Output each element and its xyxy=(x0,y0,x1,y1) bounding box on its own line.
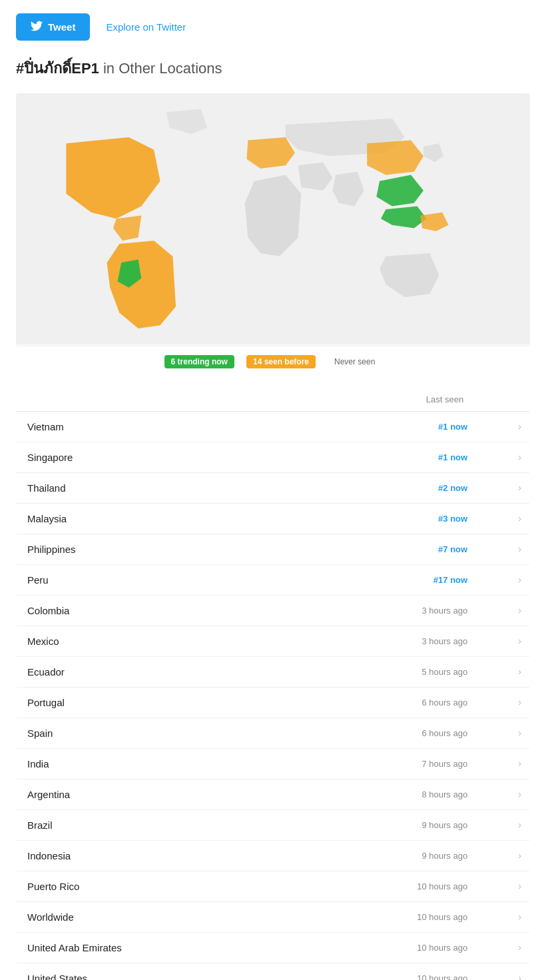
chevron-icon[interactable]: › xyxy=(474,871,529,901)
never-seen-label: Never seen xyxy=(328,355,382,368)
table-row[interactable]: Brazil9 hours ago› xyxy=(17,809,530,840)
tweet-button[interactable]: Tweet xyxy=(16,13,90,41)
table-row[interactable]: Argentina8 hours ago› xyxy=(17,779,530,809)
last-seen-cell: #1 now xyxy=(314,442,474,472)
th-country xyxy=(17,387,314,411)
th-chevron-col xyxy=(474,387,529,411)
last-seen-cell: 9 hours ago xyxy=(314,840,474,871)
last-seen-cell: 3 hours ago xyxy=(314,595,474,626)
locations-table: Last seen Vietnam#1 now›Singapore#1 now›… xyxy=(16,387,530,980)
chevron-icon[interactable]: › xyxy=(474,932,529,963)
legend-never-seen: Never seen xyxy=(328,355,382,368)
table-row[interactable]: Thailand#2 now› xyxy=(17,472,530,503)
legend-trending-now: 6 trending now xyxy=(164,355,234,368)
table-row[interactable]: United Arab Emirates10 hours ago› xyxy=(17,932,530,963)
country-cell: Mexico xyxy=(17,626,314,656)
country-cell: Puerto Rico xyxy=(17,871,314,901)
table-row[interactable]: Puerto Rico10 hours ago› xyxy=(17,871,530,901)
last-seen-cell: #1 now xyxy=(314,411,474,442)
table-row[interactable]: Singapore#1 now› xyxy=(17,442,530,472)
table-row[interactable]: Spain6 hours ago› xyxy=(17,718,530,748)
last-seen-cell: 10 hours ago xyxy=(314,871,474,901)
last-seen-cell: 9 hours ago xyxy=(314,809,474,840)
table-row[interactable]: Peru#17 now› xyxy=(17,564,530,595)
table-row[interactable]: Malaysia#3 now› xyxy=(17,503,530,534)
last-seen-cell: #2 now xyxy=(314,472,474,503)
country-cell: Peru xyxy=(17,564,314,595)
table-row[interactable]: Mexico3 hours ago› xyxy=(17,626,530,656)
subtitle-text: in Other Locations xyxy=(99,60,222,77)
country-cell: Argentina xyxy=(17,779,314,809)
last-seen-cell: 6 hours ago xyxy=(314,718,474,748)
chevron-icon[interactable]: › xyxy=(474,656,529,687)
last-seen-cell: #17 now xyxy=(314,564,474,595)
country-cell: United States xyxy=(17,963,314,980)
country-cell: Ecuador xyxy=(17,656,314,687)
tweet-button-label: Tweet xyxy=(48,21,75,33)
chevron-icon[interactable]: › xyxy=(474,472,529,503)
last-seen-cell: #3 now xyxy=(314,503,474,534)
twitter-bird-icon xyxy=(31,20,43,34)
last-seen-cell: 8 hours ago xyxy=(314,779,474,809)
country-cell: Brazil xyxy=(17,809,314,840)
chevron-icon[interactable]: › xyxy=(474,595,529,626)
chevron-icon[interactable]: › xyxy=(474,411,529,442)
trending-now-badge: 6 trending now xyxy=(164,355,234,368)
country-cell: United Arab Emirates xyxy=(17,932,314,963)
country-cell: Vietnam xyxy=(17,411,314,442)
last-seen-cell: 10 hours ago xyxy=(314,963,474,980)
last-seen-cell: 10 hours ago xyxy=(314,901,474,932)
map-container xyxy=(16,93,530,347)
country-cell: Thailand xyxy=(17,472,314,503)
th-last-seen: Last seen xyxy=(314,387,474,411)
chevron-icon[interactable]: › xyxy=(474,626,529,656)
table-row[interactable]: Indonesia9 hours ago› xyxy=(17,840,530,871)
table-row[interactable]: Vietnam#1 now› xyxy=(17,411,530,442)
table-row[interactable]: Ecuador5 hours ago› xyxy=(17,656,530,687)
table-row[interactable]: Philippines#7 now› xyxy=(17,534,530,564)
chevron-icon[interactable]: › xyxy=(474,963,529,980)
chevron-icon[interactable]: › xyxy=(474,442,529,472)
main-container: Tweet Explore on Twitter #ปิ่นภักดิ์EP1 … xyxy=(0,0,546,980)
last-seen-cell: 5 hours ago xyxy=(314,656,474,687)
seen-before-badge: 14 seen before xyxy=(246,355,316,368)
chevron-icon[interactable]: › xyxy=(474,564,529,595)
world-map xyxy=(16,93,530,347)
table-row[interactable]: United States10 hours ago› xyxy=(17,963,530,980)
table-row[interactable]: Worldwide10 hours ago› xyxy=(17,901,530,932)
map-legend: 6 trending now 14 seen before Never seen xyxy=(16,355,530,368)
page-title: #ปิ่นภักดิ์EP1 in Other Locations xyxy=(16,57,530,80)
chevron-icon[interactable]: › xyxy=(474,718,529,748)
chevron-icon[interactable]: › xyxy=(474,840,529,871)
country-cell: Philippines xyxy=(17,534,314,564)
hashtag-text: #ปิ่นภักดิ์EP1 xyxy=(16,60,99,77)
explore-link[interactable]: Explore on Twitter xyxy=(106,21,186,33)
chevron-icon[interactable]: › xyxy=(474,809,529,840)
table-row[interactable]: India7 hours ago› xyxy=(17,748,530,779)
country-cell: Malaysia xyxy=(17,503,314,534)
legend-seen-before: 14 seen before xyxy=(246,355,316,368)
last-seen-cell: #7 now xyxy=(314,534,474,564)
country-cell: India xyxy=(17,748,314,779)
last-seen-cell: 10 hours ago xyxy=(314,932,474,963)
chevron-icon[interactable]: › xyxy=(474,748,529,779)
chevron-icon[interactable]: › xyxy=(474,779,529,809)
country-cell: Spain xyxy=(17,718,314,748)
table-row[interactable]: Portugal6 hours ago› xyxy=(17,687,530,718)
country-cell: Singapore xyxy=(17,442,314,472)
country-cell: Colombia xyxy=(17,595,314,626)
table-row[interactable]: Colombia3 hours ago› xyxy=(17,595,530,626)
last-seen-cell: 6 hours ago xyxy=(314,687,474,718)
country-cell: Indonesia xyxy=(17,840,314,871)
chevron-icon[interactable]: › xyxy=(474,534,529,564)
country-cell: Portugal xyxy=(17,687,314,718)
chevron-icon[interactable]: › xyxy=(474,901,529,932)
country-cell: Worldwide xyxy=(17,901,314,932)
chevron-icon[interactable]: › xyxy=(474,687,529,718)
last-seen-cell: 7 hours ago xyxy=(314,748,474,779)
last-seen-cell: 3 hours ago xyxy=(314,626,474,656)
table-header-row: Last seen xyxy=(17,387,530,411)
top-bar: Tweet Explore on Twitter xyxy=(16,13,530,41)
chevron-icon[interactable]: › xyxy=(474,503,529,534)
